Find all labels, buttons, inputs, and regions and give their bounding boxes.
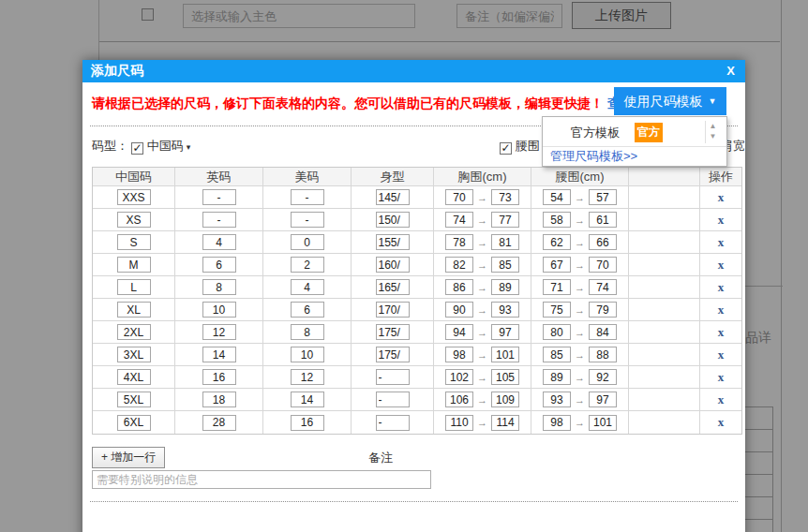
- size-us-input[interactable]: [291, 302, 324, 318]
- waist-from-input[interactable]: [543, 415, 571, 431]
- waist-to-input[interactable]: [589, 279, 617, 295]
- waist-to-input[interactable]: [589, 347, 617, 362]
- note-input[interactable]: [92, 470, 431, 489]
- delete-row-link[interactable]: x: [718, 258, 725, 273]
- bust-from-input[interactable]: [445, 189, 473, 205]
- size-uk-input[interactable]: [202, 234, 236, 250]
- size-us-input[interactable]: [291, 347, 324, 362]
- bust-to-input[interactable]: [491, 302, 519, 318]
- size-cn-input[interactable]: [117, 392, 151, 407]
- size-us-input[interactable]: [291, 189, 324, 205]
- waist-to-input[interactable]: [589, 257, 617, 273]
- body-type-input[interactable]: [376, 234, 410, 250]
- bust-from-input[interactable]: [445, 279, 473, 295]
- waist-from-input[interactable]: [543, 234, 571, 250]
- waist-to-input[interactable]: [589, 369, 617, 385]
- waist-from-input[interactable]: [543, 302, 571, 318]
- delete-row-link[interactable]: x: [718, 392, 725, 407]
- bust-from-input[interactable]: [445, 302, 473, 318]
- bust-from-input[interactable]: [445, 257, 473, 273]
- bust-to-input[interactable]: [491, 369, 519, 385]
- size-uk-input[interactable]: [202, 347, 236, 362]
- waist-to-input[interactable]: [589, 189, 617, 205]
- size-cn-input[interactable]: [117, 347, 151, 362]
- size-cn-input[interactable]: [117, 189, 151, 205]
- size-us-input[interactable]: [291, 324, 324, 340]
- delete-row-link[interactable]: x: [718, 213, 725, 228]
- size-cn-input[interactable]: [117, 369, 151, 385]
- bust-to-input[interactable]: [491, 347, 519, 362]
- manage-templates-link[interactable]: 管理尺码模板>>: [543, 147, 726, 167]
- waist-to-input[interactable]: [589, 212, 617, 228]
- waist-from-input[interactable]: [543, 392, 571, 407]
- bust-to-input[interactable]: [491, 392, 519, 407]
- body-type-input[interactable]: [376, 257, 410, 273]
- waist-from-input[interactable]: [543, 279, 571, 295]
- bust-from-input[interactable]: [445, 212, 473, 228]
- delete-row-link[interactable]: x: [718, 280, 725, 295]
- delete-row-link[interactable]: x: [718, 370, 725, 385]
- body-type-input[interactable]: [376, 279, 410, 295]
- bust-to-input[interactable]: [491, 324, 519, 340]
- bust-to-input[interactable]: [491, 189, 519, 205]
- size-uk-input[interactable]: [202, 279, 236, 295]
- bust-from-input[interactable]: [445, 369, 473, 385]
- size-cn-input[interactable]: [117, 257, 151, 273]
- size-uk-input[interactable]: [202, 324, 236, 340]
- size-cn-input[interactable]: [117, 212, 151, 228]
- size-uk-input[interactable]: [202, 257, 236, 273]
- size-uk-input[interactable]: [202, 415, 236, 431]
- waist-from-input[interactable]: [543, 324, 571, 340]
- body-type-input[interactable]: [376, 189, 410, 205]
- size-us-input[interactable]: [291, 234, 324, 250]
- body-type-input[interactable]: [376, 415, 410, 431]
- waist-to-input[interactable]: [589, 324, 617, 340]
- size-us-input[interactable]: [291, 257, 324, 273]
- bust-from-input[interactable]: [445, 347, 473, 362]
- size-uk-input[interactable]: [202, 369, 236, 385]
- bust-to-input[interactable]: [491, 257, 519, 273]
- waist-checkbox[interactable]: ✓: [500, 142, 512, 155]
- close-icon[interactable]: X: [726, 64, 735, 78]
- size-cn-input[interactable]: [117, 279, 151, 295]
- body-type-input[interactable]: [376, 392, 410, 407]
- waist-to-input[interactable]: [589, 302, 617, 318]
- size-cn-input[interactable]: [117, 302, 151, 318]
- size-us-input[interactable]: [291, 369, 324, 385]
- china-size-checkbox[interactable]: ✓: [131, 142, 143, 155]
- bust-to-input[interactable]: [491, 415, 519, 431]
- spin-down-icon[interactable]: ▼: [706, 131, 720, 141]
- body-type-input[interactable]: [376, 369, 410, 385]
- waist-from-input[interactable]: [543, 369, 571, 385]
- bust-from-input[interactable]: [445, 415, 473, 431]
- delete-row-link[interactable]: x: [718, 325, 725, 340]
- size-us-input[interactable]: [291, 212, 324, 228]
- spin-up-icon[interactable]: ▲: [706, 121, 720, 131]
- bust-to-input[interactable]: [491, 234, 519, 250]
- bust-from-input[interactable]: [445, 324, 473, 340]
- size-uk-input[interactable]: [202, 392, 236, 407]
- bust-to-input[interactable]: [491, 212, 519, 228]
- size-us-input[interactable]: [291, 279, 324, 295]
- waist-to-input[interactable]: [589, 392, 617, 407]
- bust-from-input[interactable]: [445, 392, 473, 407]
- body-type-input[interactable]: [376, 212, 410, 228]
- delete-row-link[interactable]: x: [718, 190, 725, 205]
- delete-row-link[interactable]: x: [718, 235, 725, 250]
- add-row-button[interactable]: + 增加一行: [92, 447, 165, 468]
- delete-row-link[interactable]: x: [718, 303, 725, 318]
- waist-from-input[interactable]: [543, 212, 571, 228]
- size-cn-input[interactable]: [117, 415, 151, 431]
- waist-from-input[interactable]: [543, 347, 571, 362]
- bust-to-input[interactable]: [491, 279, 519, 295]
- size-us-input[interactable]: [291, 415, 324, 431]
- delete-row-link[interactable]: x: [718, 347, 725, 362]
- body-type-input[interactable]: [376, 324, 410, 340]
- delete-row-link[interactable]: x: [718, 415, 725, 430]
- waist-to-input[interactable]: [589, 415, 617, 431]
- size-cn-input[interactable]: [117, 324, 151, 340]
- official-template-option[interactable]: 官方模板 官方 ▲ ▼: [543, 117, 726, 147]
- bust-from-input[interactable]: [445, 234, 473, 250]
- size-cn-input[interactable]: [117, 234, 151, 250]
- size-us-input[interactable]: [291, 392, 324, 407]
